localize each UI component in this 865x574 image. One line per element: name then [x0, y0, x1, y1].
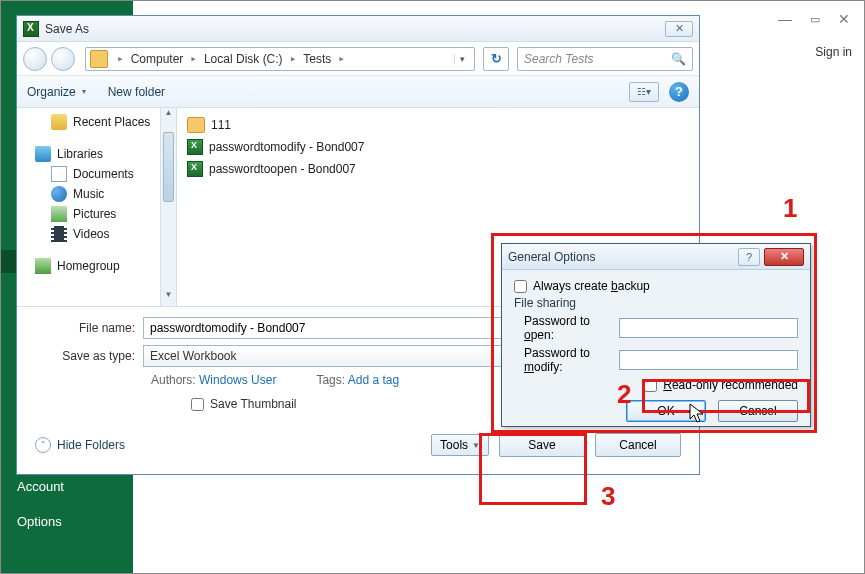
tree-videos[interactable]: Videos [35, 224, 176, 244]
breadcrumb[interactable]: ▸ Computer ▸ Local Disk (C:) ▸ Tests ▸ ▾ [85, 47, 475, 71]
annotation-label-2: 2 [617, 379, 631, 410]
tree-scrollbar[interactable]: ▲▼ [160, 108, 176, 306]
nav-back-button[interactable] [23, 47, 47, 71]
crumb-computer[interactable]: Computer [131, 52, 184, 66]
tags-value[interactable]: Add a tag [348, 373, 399, 387]
documents-icon [51, 166, 67, 182]
authors-label: Authors: [151, 373, 196, 387]
tree-libraries[interactable]: Libraries [35, 144, 176, 164]
close-sys[interactable]: ✕ [838, 11, 850, 27]
search-placeholder: Search Tests [524, 52, 594, 66]
save-button[interactable]: Save [499, 433, 585, 457]
saveas-close-button[interactable]: ✕ [665, 21, 693, 37]
folder-tree: Recent Places Libraries Documents Music … [17, 108, 177, 306]
cancel-button[interactable]: Cancel [595, 433, 681, 457]
search-input[interactable]: Search Tests 🔍 [517, 47, 693, 71]
videos-icon [51, 226, 67, 242]
breadcrumb-dropdown[interactable]: ▾ [454, 54, 470, 64]
help-button[interactable]: ? [669, 82, 689, 102]
annotation-label-1: 1 [783, 193, 797, 224]
save-thumbnail-checkbox[interactable] [191, 398, 204, 411]
always-backup-checkbox[interactable] [514, 280, 527, 293]
file-row-xlsx2[interactable]: passwordtoopen - Bond007 [187, 158, 689, 180]
sidebar-options[interactable]: Options [1, 504, 133, 539]
pw-open-input[interactable] [619, 318, 798, 338]
genopt-title: General Options [508, 250, 738, 264]
minimize-sys[interactable]: — [778, 11, 792, 27]
file-row-folder[interactable]: 111 [187, 114, 689, 136]
search-icon: 🔍 [671, 52, 686, 66]
tree-documents[interactable]: Documents [35, 164, 176, 184]
pw-modify-input[interactable] [619, 350, 798, 370]
file-sharing-group: File sharing [514, 296, 798, 310]
pictures-icon [51, 206, 67, 222]
read-only-label: Read-only recommended [663, 378, 798, 392]
folder-icon [90, 50, 108, 68]
filename-label: File name: [35, 321, 143, 335]
libraries-icon [35, 146, 51, 162]
pw-modify-label: Password to modify: [524, 346, 619, 374]
saveas-titlebar: Save As ✕ [17, 16, 699, 42]
general-options-dialog: General Options ? ✕ Always create backup… [501, 243, 811, 427]
sidebar-active-nub [1, 250, 16, 273]
view-options-button[interactable]: ☷▾ [629, 82, 659, 102]
save-thumbnail-label: Save Thumbnail [210, 397, 297, 411]
refresh-button[interactable]: ↻ [483, 47, 509, 71]
organize-button[interactable]: Organize [27, 85, 86, 99]
read-only-checkbox[interactable] [644, 379, 657, 392]
always-backup-label: Always create backup [533, 279, 650, 293]
excel-file-icon [187, 161, 203, 177]
restore-sys[interactable]: ▭ [810, 13, 820, 26]
recent-icon [51, 114, 67, 130]
genopt-ok-button[interactable]: OK [626, 400, 706, 422]
tree-homegroup[interactable]: Homegroup [35, 256, 176, 276]
tools-button[interactable]: Tools▼ [431, 434, 489, 456]
excel-icon [23, 21, 39, 37]
homegroup-icon [35, 258, 51, 274]
newfolder-button[interactable]: New folder [108, 85, 165, 99]
annotation-label-3: 3 [601, 481, 615, 512]
pw-open-label: Password to open: [524, 314, 619, 342]
saveas-title: Save As [45, 22, 659, 36]
chevron-up-icon: ˄ [35, 437, 51, 453]
hide-folders-button[interactable]: ˄ Hide Folders [35, 437, 125, 453]
tree-pictures[interactable]: Pictures [35, 204, 176, 224]
tree-music[interactable]: Music [35, 184, 176, 204]
genopt-help-button[interactable]: ? [738, 248, 760, 266]
sign-in-link[interactable]: Sign in [815, 45, 852, 59]
genopt-cancel-button[interactable]: Cancel [718, 400, 798, 422]
excel-file-icon [187, 139, 203, 155]
music-icon [51, 186, 67, 202]
filetype-label: Save as type: [35, 349, 143, 363]
genopt-close-button[interactable]: ✕ [764, 248, 804, 266]
crumb-drive[interactable]: Local Disk (C:) [204, 52, 283, 66]
nav-forward-button[interactable] [51, 47, 75, 71]
tree-recent-places[interactable]: Recent Places [35, 112, 176, 132]
crumb-folder[interactable]: Tests [303, 52, 331, 66]
tags-label: Tags: [316, 373, 345, 387]
folder-icon [187, 117, 205, 133]
authors-value[interactable]: Windows User [199, 373, 276, 387]
file-row-xlsx1[interactable]: passwordtomodify - Bond007 [187, 136, 689, 158]
